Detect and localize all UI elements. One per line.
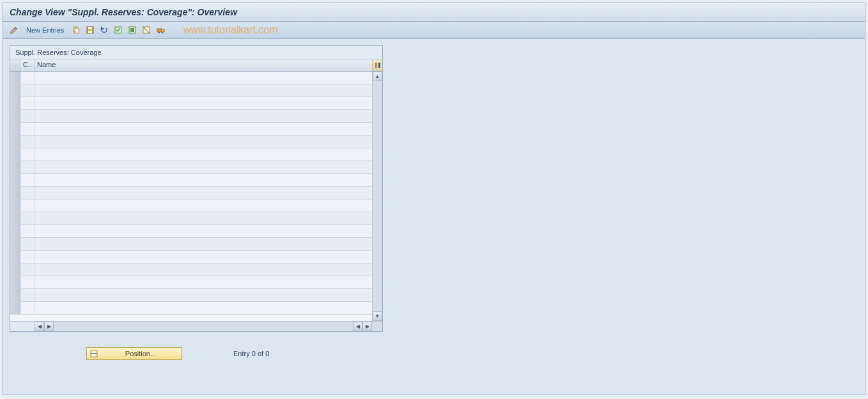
cell-c[interactable] — [20, 187, 35, 199]
horizontal-scrollbar[interactable]: ◀ ▶ ◀ ▶ — [10, 321, 382, 331]
cell-c[interactable] — [20, 110, 35, 122]
entry-count-text: Entry 0 of 0 — [233, 350, 269, 357]
cell-c[interactable] — [20, 84, 35, 97]
change-mode-icon[interactable] — [8, 24, 20, 36]
scroll-track[interactable] — [373, 81, 382, 311]
toolbar: New Entries www.tutorialkart.com — [3, 22, 865, 39]
cell-c[interactable] — [20, 238, 35, 250]
row-selector[interactable] — [10, 72, 20, 84]
select-all-icon[interactable] — [112, 24, 124, 36]
row-selector[interactable] — [10, 251, 20, 263]
cell-name[interactable] — [35, 136, 372, 148]
table-config-icon[interactable] — [372, 59, 382, 71]
row-selector[interactable] — [10, 289, 20, 301]
cell-c[interactable] — [20, 123, 35, 135]
cell-name[interactable] — [35, 174, 372, 186]
vertical-scrollbar[interactable]: ▲ ▼ — [372, 72, 382, 321]
cell-name[interactable] — [35, 123, 372, 135]
svg-rect-4 — [88, 31, 92, 33]
cell-name[interactable] — [35, 212, 372, 224]
table-row — [10, 199, 372, 212]
cell-c[interactable] — [20, 174, 35, 186]
undo-icon[interactable] — [98, 24, 110, 36]
scroll-left2-icon[interactable]: ◀ — [353, 322, 362, 331]
cell-c[interactable] — [20, 136, 35, 148]
cell-c[interactable] — [20, 161, 35, 173]
position-label: Position... — [102, 350, 179, 357]
cell-name[interactable] — [35, 97, 372, 109]
cell-c[interactable] — [20, 263, 35, 276]
row-selector[interactable] — [10, 161, 20, 173]
cell-name[interactable] — [35, 148, 372, 160]
new-entries-button[interactable]: New Entries — [22, 25, 68, 35]
table-row — [10, 148, 372, 161]
footer-row: Position... Entry 0 of 0 — [10, 347, 858, 360]
row-selector[interactable] — [10, 123, 20, 135]
deselect-all-icon[interactable] — [141, 24, 152, 36]
row-selector[interactable] — [10, 238, 20, 250]
column-header-c[interactable]: C.. — [20, 59, 35, 71]
table-row — [10, 84, 372, 97]
cell-c[interactable] — [20, 212, 35, 224]
cell-name[interactable] — [35, 72, 372, 84]
row-selector[interactable] — [10, 212, 20, 224]
transport-icon[interactable] — [155, 24, 166, 36]
table-row — [10, 174, 372, 187]
cell-name[interactable] — [35, 110, 372, 122]
cell-c[interactable] — [20, 276, 35, 288]
header-selector[interactable] — [10, 59, 20, 71]
scroll-up-icon[interactable]: ▲ — [373, 72, 382, 81]
cell-name[interactable] — [35, 225, 372, 237]
cell-c[interactable] — [20, 302, 35, 314]
row-selector[interactable] — [10, 148, 20, 160]
cell-name[interactable] — [35, 289, 372, 301]
scroll-left-icon[interactable]: ◀ — [35, 322, 44, 331]
row-selector[interactable] — [10, 84, 20, 97]
table-row — [10, 263, 372, 276]
app-container: Change View "Suppl. Reserves: Coverage":… — [3, 3, 865, 395]
row-selector[interactable] — [10, 276, 20, 288]
cell-c[interactable] — [20, 72, 35, 84]
row-selector[interactable] — [10, 199, 20, 212]
cell-name[interactable] — [35, 84, 372, 97]
cell-c[interactable] — [20, 199, 35, 212]
select-block-icon[interactable] — [127, 24, 138, 36]
hscroll-track[interactable] — [54, 322, 353, 331]
position-icon — [89, 349, 98, 358]
table-row — [10, 302, 372, 315]
copy-icon[interactable] — [70, 24, 82, 36]
cell-name[interactable] — [35, 187, 372, 199]
cell-name[interactable] — [35, 161, 372, 173]
row-selector[interactable] — [10, 136, 20, 148]
cell-c[interactable] — [20, 289, 35, 301]
cell-c[interactable] — [20, 225, 35, 237]
svg-point-11 — [159, 32, 160, 33]
cell-name[interactable] — [35, 276, 372, 288]
row-selector[interactable] — [10, 187, 20, 199]
cell-name[interactable] — [35, 199, 372, 212]
row-selector[interactable] — [10, 174, 20, 186]
svg-rect-1 — [75, 28, 79, 33]
svg-point-12 — [162, 32, 163, 33]
column-header-name[interactable]: Name — [35, 59, 372, 71]
scroll-down-icon[interactable]: ▼ — [373, 311, 382, 321]
scroll-right-icon[interactable]: ▶ — [44, 322, 54, 331]
row-selector[interactable] — [10, 302, 20, 314]
scroll-right2-icon[interactable]: ▶ — [362, 322, 372, 331]
cell-name[interactable] — [35, 238, 372, 250]
cell-c[interactable] — [20, 251, 35, 263]
watermark-text: www.tutorialkart.com — [183, 24, 278, 36]
cell-c[interactable] — [20, 97, 35, 109]
cell-name[interactable] — [35, 263, 372, 276]
row-selector[interactable] — [10, 225, 20, 237]
row-selector[interactable] — [10, 110, 20, 122]
row-selector[interactable] — [10, 97, 20, 109]
save-icon[interactable] — [84, 24, 96, 36]
row-selector[interactable] — [10, 263, 20, 276]
cell-c[interactable] — [20, 148, 35, 160]
table-body-wrap: ▲ ▼ — [10, 72, 382, 321]
hscroll-corner — [372, 322, 382, 331]
cell-name[interactable] — [35, 251, 372, 263]
position-button[interactable]: Position... — [86, 347, 182, 360]
cell-name[interactable] — [35, 302, 372, 314]
